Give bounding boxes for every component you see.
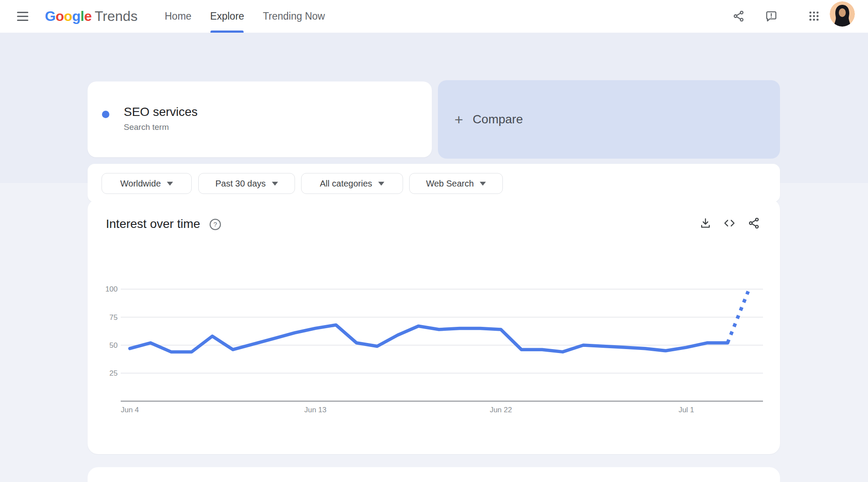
active-tab-underline — [210, 31, 244, 33]
x-tick-label: Jun 13 — [304, 406, 326, 414]
y-tick-label: 75 — [109, 313, 118, 322]
nav-tab-home[interactable]: Home — [165, 0, 191, 33]
time-filter-dropdown[interactable]: Past 30 days — [198, 173, 295, 194]
apps-grid-icon — [808, 10, 820, 22]
filters-bar: Worldwide Past 30 days All categories We… — [88, 164, 780, 202]
primary-nav: Home Explore Trending Now — [165, 0, 325, 33]
interest-over-time-card: Interest over time ? 255075100Jun 4Jun 1… — [88, 199, 780, 454]
logo-letter: G — [45, 8, 55, 24]
next-section-card — [88, 467, 780, 482]
feedback-button[interactable] — [761, 6, 782, 27]
search-header-band: SEO services Search term + Compare World… — [0, 33, 868, 183]
search-term-card[interactable] — [88, 81, 432, 157]
nav-tab-label: Trending Now — [263, 10, 325, 22]
search-type-filter-dropdown[interactable]: Web Search — [409, 173, 503, 194]
hamburger-bar — [17, 12, 28, 13]
hamburger-bar — [17, 20, 28, 21]
avatar-image — [830, 1, 855, 27]
logo-letter: e — [84, 8, 92, 24]
geo-filter-value: Worldwide — [120, 179, 161, 189]
category-filter-value: All categories — [320, 179, 372, 189]
chevron-down-icon — [272, 182, 278, 186]
logo-letter: o — [55, 8, 64, 24]
logo-product-name: Trends — [95, 8, 137, 24]
search-term-text: SEO services — [124, 105, 198, 119]
chevron-down-icon — [378, 182, 384, 186]
y-tick-label: 50 — [109, 341, 118, 350]
series-color-dot — [102, 111, 109, 118]
time-filter-value: Past 30 days — [215, 179, 266, 189]
search-type-filter-value: Web Search — [426, 179, 474, 189]
compare-label: Compare — [473, 112, 523, 126]
google-trends-logo[interactable]: Google Trends — [45, 0, 138, 33]
category-filter-dropdown[interactable]: All categories — [301, 173, 403, 194]
nav-tab-label: Explore — [210, 10, 244, 22]
logo-letter: o — [64, 8, 72, 24]
x-tick-label: Jun 4 — [121, 406, 139, 414]
trend-line-solid — [130, 325, 728, 352]
interest-over-time-line-chart[interactable]: 255075100Jun 4Jun 13Jun 22Jul 1 — [88, 199, 780, 454]
logo-letter: g — [72, 8, 80, 24]
nav-tab-trending-now[interactable]: Trending Now — [263, 0, 325, 33]
hamburger-bar — [17, 16, 28, 17]
google-logo-letters: Google — [45, 8, 92, 24]
google-apps-button[interactable] — [804, 6, 824, 27]
chevron-down-icon — [167, 182, 173, 186]
plus-icon: + — [454, 112, 463, 127]
logo-letter: l — [81, 8, 84, 24]
feedback-icon — [765, 10, 777, 22]
y-tick-label: 25 — [109, 369, 118, 377]
x-tick-label: Jul 1 — [678, 406, 694, 414]
search-term-type: Search term — [124, 122, 169, 132]
menu-hamburger-icon[interactable] — [14, 7, 31, 25]
geo-filter-dropdown[interactable]: Worldwide — [102, 173, 192, 194]
user-avatar[interactable] — [830, 1, 855, 27]
share-button[interactable] — [728, 6, 749, 27]
x-tick-label: Jun 22 — [490, 406, 512, 414]
y-tick-label: 100 — [105, 285, 118, 293]
nav-tab-explore[interactable]: Explore — [210, 0, 244, 33]
add-comparison-button[interactable]: + Compare — [438, 80, 780, 159]
share-icon — [732, 10, 745, 22]
chevron-down-icon — [480, 182, 486, 186]
top-app-bar: Google Trends Home Explore Trending Now — [0, 0, 868, 33]
nav-tab-label: Home — [165, 10, 191, 22]
